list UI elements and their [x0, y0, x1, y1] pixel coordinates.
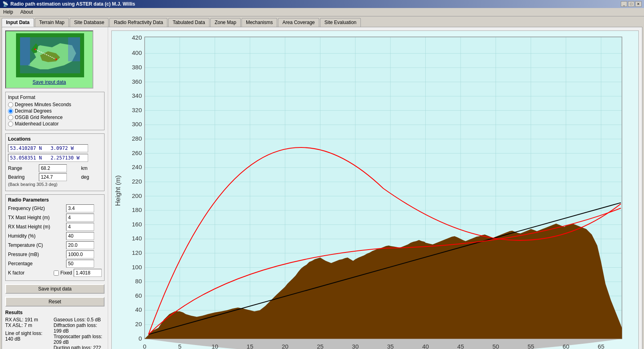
format-osgb[interactable]: OSGB Grid Reference	[8, 115, 102, 120]
map-svg	[16, 33, 84, 77]
kfactor-fixed-checkbox[interactable]	[54, 270, 59, 276]
pressure-row: Pressure (mB)	[8, 250, 102, 258]
right-panel: 0 20 40 60 80 100 120 140 160 180 200 22…	[108, 27, 642, 349]
format-osgb-label: OSGB Grid Reference	[15, 115, 62, 120]
svg-text:340: 340	[132, 92, 142, 99]
kfactor-input[interactable]	[74, 269, 102, 277]
svg-text:0: 0	[143, 343, 146, 349]
svg-text:35: 35	[387, 343, 394, 349]
about-menu[interactable]: About	[19, 9, 34, 15]
rx-mast-input[interactable]	[66, 223, 94, 231]
tab-site-database[interactable]: Site Database	[70, 18, 109, 27]
calculate-label[interactable]: Save input data	[32, 79, 66, 85]
kfactor-row: K factor Fixed	[8, 269, 102, 277]
svg-text:55: 55	[527, 343, 534, 349]
range-bearing-section: Range km Bearing deg (Back bearing 305.3…	[8, 163, 102, 188]
tab-mechanisms[interactable]: Mechanisms	[242, 18, 277, 27]
tab-tabulated-data[interactable]: Tabulated Data	[168, 18, 209, 27]
svg-text:20: 20	[282, 343, 288, 349]
tab-input-data[interactable]: Input Data	[2, 18, 34, 27]
tab-area-coverage[interactable]: Area Coverage	[278, 18, 319, 27]
title-bar: 📡 Radio path estimation using ASTER data…	[0, 0, 644, 8]
svg-text:65: 65	[598, 343, 604, 349]
humidity-label: Humidity (%)	[8, 233, 66, 239]
range-input[interactable]	[39, 164, 67, 172]
bearing-unit: deg	[81, 174, 102, 180]
svg-text:100: 100	[132, 264, 142, 270]
svg-text:60: 60	[563, 343, 570, 349]
temperature-input[interactable]	[66, 241, 94, 249]
svg-text:10: 10	[211, 343, 218, 349]
reset-button[interactable]: Reset	[5, 297, 105, 307]
svg-text:320: 320	[132, 107, 142, 113]
tx-mast-input[interactable]	[66, 214, 94, 222]
format-dms[interactable]: Degrees Minutes Seconds	[8, 102, 102, 107]
gaseous-loss: Gaseous Loss: 0.5 dB	[54, 317, 105, 323]
ducting-loss: Ducting path loss: 272 dB	[54, 345, 105, 349]
format-decimal[interactable]: Decimal Degrees	[8, 108, 102, 114]
maximize-button[interactable]: □	[628, 1, 634, 7]
tab-zone-map[interactable]: Zone Map	[210, 18, 241, 27]
svg-point-8	[34, 48, 36, 50]
svg-text:20: 20	[135, 321, 142, 327]
svg-text:120: 120	[132, 249, 142, 256]
tab-terrain-map[interactable]: Terrain Map	[35, 18, 69, 27]
kfactor-fixed-label: Fixed	[60, 270, 72, 276]
svg-text:25: 25	[317, 343, 324, 349]
left-panel: Save input data Input Format Degrees Min…	[2, 27, 108, 349]
bearing-input[interactable]	[39, 173, 67, 181]
terrain-chart: 0 20 40 60 80 100 120 140 160 180 200 22…	[112, 31, 638, 349]
map-display[interactable]: Save input data	[5, 30, 93, 89]
svg-text:280: 280	[132, 135, 142, 142]
frequency-input[interactable]	[66, 204, 94, 212]
tab-site-evaluation[interactable]: Site Evaluation	[320, 18, 361, 27]
y-axis-title: Height (m)	[114, 175, 121, 206]
rx-mast-label: RX Mast Height (m)	[8, 224, 66, 230]
svg-text:45: 45	[457, 343, 464, 349]
main-content: Save input data Input Format Degrees Min…	[2, 27, 642, 349]
svg-rect-5	[68, 37, 80, 61]
pressure-input[interactable]	[66, 250, 94, 258]
input-format-title: Input Format	[8, 95, 102, 100]
pressure-label: Pressure (mB)	[8, 252, 66, 257]
locations-title: Locations	[8, 136, 102, 142]
humidity-input[interactable]	[66, 232, 94, 240]
svg-text:80: 80	[135, 278, 142, 284]
location-2-input[interactable]	[8, 154, 88, 162]
rx-asl: RX ASL: 191 m	[5, 317, 47, 323]
format-decimal-label: Decimal Degrees	[15, 108, 52, 114]
save-input-button[interactable]: Save input data	[5, 284, 105, 294]
radio-params-section: Radio Parameters Frequency (GHz) TX Mast…	[5, 194, 105, 281]
frequency-label: Frequency (GHz)	[8, 206, 66, 211]
minimize-button[interactable]: _	[621, 1, 627, 7]
window-controls[interactable]: _ □ ✕	[621, 1, 642, 7]
format-maidenhead[interactable]: Maidenhead Locator	[8, 121, 102, 127]
results-title: Results	[5, 310, 105, 315]
kfactor-label: K factor	[8, 270, 52, 276]
los-loss: Line of sight loss: 140 dB	[5, 331, 47, 342]
rx-mast-row: RX Mast Height (m)	[8, 223, 102, 231]
tx-asl: TX ASL: 7 m	[5, 323, 47, 328]
humidity-row: Humidity (%)	[8, 232, 102, 240]
range-label: Range	[8, 165, 37, 171]
format-dms-label: Degrees Minutes Seconds	[15, 102, 71, 107]
results-left: RX ASL: 191 m TX ASL: 7 m Line of sight …	[5, 317, 47, 349]
bearing-label: Bearing	[8, 174, 37, 180]
svg-text:200: 200	[132, 192, 142, 199]
input-format-section: Input Format Degrees Minutes Seconds Dec…	[5, 92, 105, 130]
svg-text:220: 220	[132, 178, 142, 185]
close-button[interactable]: ✕	[635, 1, 642, 7]
chart-area: 0 20 40 60 80 100 120 140 160 180 200 22…	[111, 30, 639, 349]
percentage-input[interactable]	[66, 260, 94, 268]
svg-text:15: 15	[247, 343, 254, 349]
tx-mast-row: TX Mast Height (m)	[8, 214, 102, 222]
svg-text:300: 300	[132, 121, 142, 127]
location-1-input[interactable]	[8, 144, 88, 152]
svg-text:40: 40	[135, 306, 142, 313]
svg-text:50: 50	[492, 343, 499, 349]
svg-text:160: 160	[132, 221, 142, 228]
svg-text:420: 420	[132, 34, 142, 41]
tab-radio-refractivity[interactable]: Radio Refractivity Data	[109, 18, 167, 27]
help-menu[interactable]: Help	[2, 9, 15, 15]
format-maidenhead-label: Maidenhead Locator	[15, 121, 58, 127]
